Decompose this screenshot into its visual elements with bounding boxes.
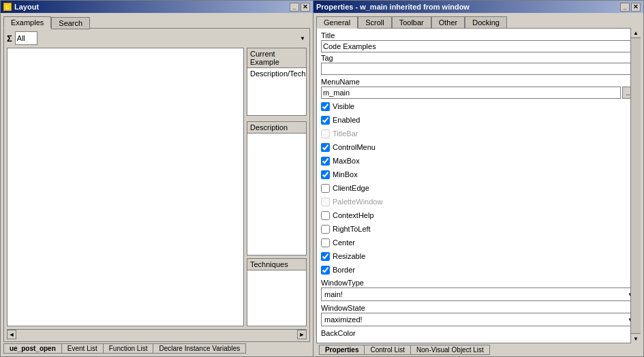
- checkbox-row-maxbox: MaxBox: [321, 155, 636, 167]
- tab-search[interactable]: Search: [51, 17, 90, 29]
- scroll-left-button[interactable]: ◄: [7, 330, 16, 339]
- tag-label: Tag: [321, 54, 636, 62]
- checkbox-palettewindow[interactable]: [321, 198, 330, 206]
- checkbox-label-titlebar: TitleBar: [333, 129, 358, 138]
- checkbox-resizable[interactable]: [321, 252, 330, 261]
- tab-other[interactable]: Other: [431, 16, 465, 29]
- windowtype-dropdown[interactable]: main!: [321, 288, 636, 301]
- props-tab-bar: General Scroll Toolbar Other Docking: [313, 13, 643, 28]
- checkbox-label-palettewindow: PaletteWindow: [333, 198, 382, 206]
- layout-body: Σ All Current Example: [3, 28, 310, 342]
- backcolor-field: BackColor: [321, 329, 636, 337]
- checkbox-label-border: Border: [333, 266, 355, 274]
- tab-examples[interactable]: Examples: [3, 16, 51, 29]
- right-vscrollbar[interactable]: ▲ ▼: [630, 28, 641, 343]
- all-dropdown[interactable]: All: [15, 31, 37, 45]
- checkbox-label-clientedge: ClientEdge: [333, 184, 369, 192]
- checkbox-center[interactable]: [321, 238, 330, 247]
- checkbox-row-contexthelp: ContextHelp: [321, 209, 636, 221]
- menuname-input[interactable]: [321, 87, 621, 99]
- tab-docking[interactable]: Docking: [465, 16, 507, 29]
- bottom-tab-function-list[interactable]: Function List: [103, 343, 153, 354]
- current-example-box: Current Example Description/Techn: [247, 48, 307, 116]
- checkbox-row-visible: Visible: [321, 100, 636, 112]
- scroll-down-button[interactable]: ▼: [631, 333, 641, 343]
- checkbox-visible[interactable]: [321, 102, 330, 111]
- checkbox-controlmenu[interactable]: [321, 143, 330, 152]
- windowtype-label: WindowType: [321, 279, 636, 287]
- checkbox-maxbox[interactable]: [321, 157, 330, 166]
- left-minimize-button[interactable]: _: [290, 3, 299, 12]
- description-section: Description: [247, 121, 307, 255]
- right-minimize-button[interactable]: _: [620, 3, 630, 12]
- checkbox-label-contexthelp: ContextHelp: [333, 211, 374, 219]
- checkboxes-container: VisibleEnabledTitleBarControlMenuMaxBoxM…: [321, 100, 636, 276]
- bottom-tab-declare-instance[interactable]: Declare Instance Variables: [153, 343, 246, 354]
- description-body: [247, 134, 306, 255]
- tag-input[interactable]: [321, 63, 636, 75]
- main-split: Current Example Description/Techn Descri…: [7, 48, 307, 326]
- props-titlebar: Properties - w_main inherited from windo…: [313, 1, 643, 13]
- left-close-button[interactable]: ✕: [301, 3, 310, 12]
- menuname-label: MenuName: [321, 78, 636, 86]
- scroll-up-button[interactable]: ▲: [631, 28, 641, 38]
- layout-icon: L: [3, 3, 12, 11]
- windowstate-dropdown[interactable]: maximized!: [321, 313, 636, 326]
- backcolor-label: BackColor: [321, 329, 636, 337]
- checkbox-clientedge[interactable]: [321, 184, 330, 193]
- checkbox-enabled[interactable]: [321, 116, 330, 125]
- title-input[interactable]: [321, 40, 636, 52]
- title-label: Title: [321, 31, 636, 40]
- props-content-wrapper: Title Tag MenuName ... VisibleEnabledTit…: [316, 28, 641, 343]
- windowtype-dropdown-wrapper: main!: [321, 288, 636, 301]
- scroll-right-button[interactable]: ►: [297, 330, 307, 339]
- title-field: Title: [321, 31, 636, 52]
- checkbox-row-righttoleft: RightToLeft: [321, 223, 636, 235]
- tab-general[interactable]: General: [316, 16, 358, 29]
- left-bottom-tabs: ue_post_open Event List Function List De…: [3, 343, 310, 354]
- menuname-field: MenuName ...: [321, 78, 636, 99]
- checkbox-row-resizable: Resizable: [321, 250, 636, 262]
- checkbox-row-titlebar: TitleBar: [321, 127, 636, 140]
- tag-field: Tag: [321, 54, 636, 76]
- scroll-track[interactable]: [631, 38, 641, 333]
- description-header: Description: [247, 122, 306, 134]
- tab-toolbar[interactable]: Toolbar: [392, 16, 431, 29]
- windowstate-dropdown-wrapper: maximized!: [321, 313, 636, 326]
- checkbox-label-controlmenu: ControlMenu: [333, 143, 375, 151]
- checkbox-border[interactable]: [321, 266, 330, 275]
- bottom-tab-ue-post-open[interactable]: ue_post_open: [3, 343, 61, 354]
- checkbox-label-maxbox: MaxBox: [333, 157, 360, 165]
- props-bottom-tabs: Properties Control List Non-Visual Objec…: [319, 345, 490, 355]
- checkbox-righttoleft[interactable]: [321, 225, 330, 234]
- examples-listbox[interactable]: [7, 48, 244, 326]
- windowtype-field: WindowType main!: [321, 279, 636, 301]
- current-example-column-header: Description/Techn: [247, 68, 306, 115]
- props-content: Title Tag MenuName ... VisibleEnabledTit…: [316, 28, 641, 343]
- left-panel-title: Layout: [14, 3, 39, 11]
- checkbox-label-enabled: Enabled: [333, 116, 360, 124]
- checkbox-row-minbox: MinBox: [321, 168, 636, 181]
- left-hscrollbar[interactable]: ◄ ►: [7, 329, 307, 339]
- props-bottom-tab-properties[interactable]: Properties: [319, 345, 364, 355]
- sigma-symbol: Σ: [7, 33, 12, 44]
- checkbox-row-palettewindow: PaletteWindow: [321, 196, 636, 208]
- props-bottom-tab-control-list[interactable]: Control List: [364, 345, 410, 355]
- tab-scroll[interactable]: Scroll: [358, 16, 392, 29]
- checkbox-row-controlmenu: ControlMenu: [321, 141, 636, 153]
- checkbox-row-center: Center: [321, 236, 636, 249]
- right-titlebar-buttons: _ ✕: [620, 3, 641, 12]
- techniques-body: [247, 270, 306, 326]
- right-close-button[interactable]: ✕: [631, 3, 641, 12]
- left-tab-bar: Examples Search: [3, 16, 310, 28]
- checkbox-contexthelp[interactable]: [321, 211, 330, 220]
- checkbox-label-minbox: MinBox: [333, 170, 358, 178]
- props-bottom-tab-non-visual[interactable]: Non-Visual Object List: [410, 345, 490, 355]
- checkbox-minbox[interactable]: [321, 170, 330, 179]
- right-info-column: Current Example Description/Techn Descri…: [247, 48, 307, 326]
- bottom-tab-event-list[interactable]: Event List: [61, 343, 103, 354]
- left-window-content: Examples Search Σ All: [1, 13, 313, 356]
- checkbox-label-resizable: Resizable: [333, 252, 365, 260]
- checkbox-titlebar[interactable]: [321, 129, 330, 138]
- left-titlebar-buttons: _ ✕: [290, 3, 310, 12]
